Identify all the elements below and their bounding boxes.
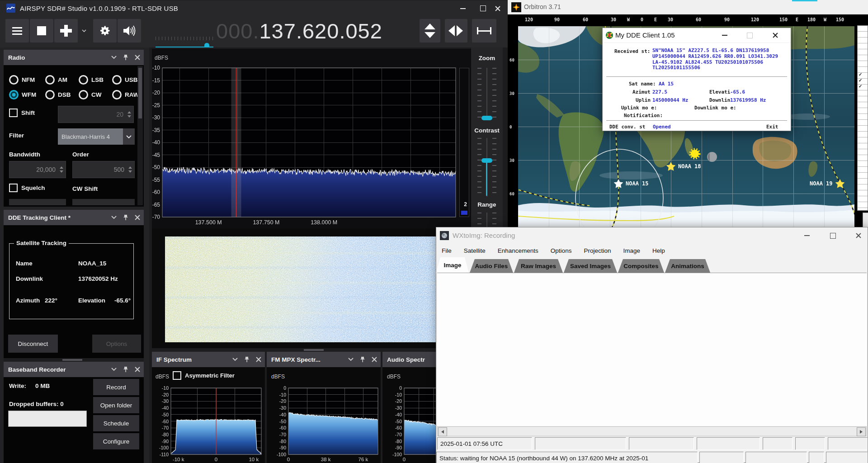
menu-help[interactable]: Help xyxy=(652,247,665,254)
menu-button[interactable] xyxy=(5,19,29,43)
radio-panel-scrollbar[interactable] xyxy=(137,66,143,205)
mpx-panel-header[interactable]: FM MPX Spectr... xyxy=(267,352,381,367)
open-folder-button[interactable]: Open folder xyxy=(93,397,139,413)
menu-enhancements[interactable]: Enhancements xyxy=(498,247,538,254)
pin-icon[interactable] xyxy=(123,54,128,61)
contrast-slider-thumb[interactable] xyxy=(481,158,492,163)
recorder-filename-input[interactable] xyxy=(8,411,87,427)
snap-to-grid-button[interactable] xyxy=(472,19,496,43)
filter-dropdown-button[interactable] xyxy=(123,128,135,145)
frequency-display[interactable]: 000.137.620.052 xyxy=(216,19,382,43)
orbitron-titlebar[interactable]: Orbitron 3.71 xyxy=(508,0,868,14)
mode-wfm[interactable]: WFM xyxy=(9,90,36,99)
scroll-right-arrow[interactable] xyxy=(857,427,866,436)
collapse-icon[interactable] xyxy=(111,216,117,219)
dde-client-titlebar[interactable]: My DDE Client 1.05 xyxy=(603,28,791,43)
radio-panel-header[interactable]: Radio xyxy=(4,50,144,65)
zoom-slider[interactable] xyxy=(486,68,487,118)
mode-raw[interactable]: RAW xyxy=(112,90,139,99)
mode-am[interactable]: AM xyxy=(45,75,67,85)
waterfall-display[interactable] xyxy=(165,236,456,342)
horizontal-scrollbar[interactable] xyxy=(437,426,867,436)
close-panel-icon[interactable] xyxy=(256,357,261,362)
options-button[interactable]: Options xyxy=(92,335,141,353)
sdr-minimize-button[interactable] xyxy=(453,1,473,16)
frequency-step-vertical-button[interactable] xyxy=(420,19,440,43)
if-panel-header[interactable]: IF Spectrum xyxy=(152,352,265,367)
satellite-list-sliver[interactable]: ✓ ✓ ✓ xyxy=(857,25,868,211)
recorder-panel-header[interactable]: Baseband Recorder xyxy=(4,362,144,377)
add-dropdown-button[interactable] xyxy=(79,19,90,43)
shift-field[interactable]: 20 xyxy=(58,106,134,123)
pin-icon[interactable] xyxy=(123,366,128,373)
satellite-panel-button-sliver[interactable] xyxy=(863,213,868,228)
wxtoimg-titlebar[interactable]: WXtoImg: Recording xyxy=(436,227,868,244)
display-splitter[interactable] xyxy=(152,348,470,352)
frequency-step-horizontal-button[interactable] xyxy=(445,19,467,43)
disconnect-button[interactable]: Disconnect xyxy=(8,335,58,353)
pin-icon[interactable] xyxy=(123,214,128,221)
sdr-close-button[interactable] xyxy=(488,1,508,16)
squelch-checkbox[interactable]: Squelch xyxy=(9,184,45,192)
tab-saved-images[interactable]: Saved Images xyxy=(564,259,617,273)
wx-close-button[interactable] xyxy=(847,227,868,244)
mode-usb[interactable]: USB xyxy=(112,75,138,85)
dde-close-button[interactable] xyxy=(765,28,785,43)
record-button[interactable]: Record xyxy=(93,379,139,395)
fil​ter-dropdown[interactable]: Blackman-Harris 4 xyxy=(58,128,123,145)
range-slider[interactable] xyxy=(486,213,487,227)
wxtoimg-content[interactable] xyxy=(437,273,867,426)
rf-spectrum-chart[interactable]: -10-15-20-25-30-35-40-45-50-55-60-65-701… xyxy=(152,51,470,229)
satellite-noaa-19[interactable]: NOAA 19 xyxy=(810,179,844,188)
configure-button[interactable]: Configure xyxy=(93,433,139,449)
tab-audio-files[interactable]: Audio Files xyxy=(470,259,513,273)
sdr-titlebar[interactable]: AIRSPY SDR# Studio v1.0.0.1909 - RTL-SDR… xyxy=(0,1,508,16)
collapse-icon[interactable] xyxy=(232,358,238,361)
menu-satellite[interactable]: Satellite xyxy=(464,247,486,254)
audio-button[interactable] xyxy=(118,19,141,43)
satellite-noaa-18[interactable]: NOAA 18 xyxy=(666,162,701,171)
tab-animations[interactable]: Animations xyxy=(665,259,710,273)
tab-raw-images[interactable]: Raw Images xyxy=(514,259,563,273)
pin-icon[interactable] xyxy=(244,356,250,363)
mode-lsb[interactable]: LSB xyxy=(79,75,104,85)
wx-maximize-button[interactable] xyxy=(821,227,844,244)
panel-splitter[interactable] xyxy=(4,358,144,362)
satellite-noaa-15[interactable]: NOAA 15 xyxy=(614,179,649,188)
mode-dsb[interactable]: DSB xyxy=(45,90,71,99)
asymmetric-filter-checkbox[interactable]: Asymmetric Filter xyxy=(173,371,235,380)
close-panel-icon[interactable] xyxy=(135,215,140,220)
collapse-icon[interactable] xyxy=(348,358,354,361)
svg-text:137.500 M: 137.500 M xyxy=(195,219,222,226)
mode-cw[interactable]: CW xyxy=(79,90,102,99)
collapse-icon[interactable] xyxy=(111,56,117,59)
order-field[interactable]: 500 xyxy=(72,161,135,178)
scroll-left-arrow[interactable] xyxy=(438,427,447,436)
bandwidth-field[interactable]: 20,000 xyxy=(9,161,66,178)
dde-maximize-button[interactable] xyxy=(740,28,760,43)
settings-button[interactable] xyxy=(93,19,117,43)
exit-button[interactable]: Exit xyxy=(766,124,778,130)
schedule-button[interactable]: Schedule xyxy=(93,415,139,431)
shift-checkbox[interactable]: Shift xyxy=(9,109,35,117)
pin-icon[interactable] xyxy=(360,356,365,363)
dde-minimize-button[interactable] xyxy=(715,28,735,43)
zoom-slider-thumb[interactable] xyxy=(481,116,492,120)
collapse-icon[interactable] xyxy=(111,368,117,371)
close-panel-icon[interactable] xyxy=(135,367,140,372)
wx-minimize-button[interactable] xyxy=(796,227,818,244)
stop-button[interactable] xyxy=(30,19,53,43)
menu-projection[interactable]: Projection xyxy=(584,247,611,254)
lon-label: 90 xyxy=(724,17,730,22)
tab-composites[interactable]: Composites xyxy=(618,259,664,273)
add-button[interactable] xyxy=(54,19,78,43)
tab-image[interactable]: Image xyxy=(436,257,469,273)
close-panel-icon[interactable] xyxy=(135,55,140,60)
menu-image[interactable]: Image xyxy=(623,247,640,254)
menu-options[interactable]: Options xyxy=(551,247,572,254)
menu-file[interactable]: File xyxy=(442,247,452,254)
mode-nfm[interactable]: NFM xyxy=(9,75,35,85)
status-cell xyxy=(699,452,744,463)
dde-panel-header[interactable]: DDE Tracking Client * xyxy=(4,210,144,225)
close-panel-icon[interactable] xyxy=(372,357,377,362)
